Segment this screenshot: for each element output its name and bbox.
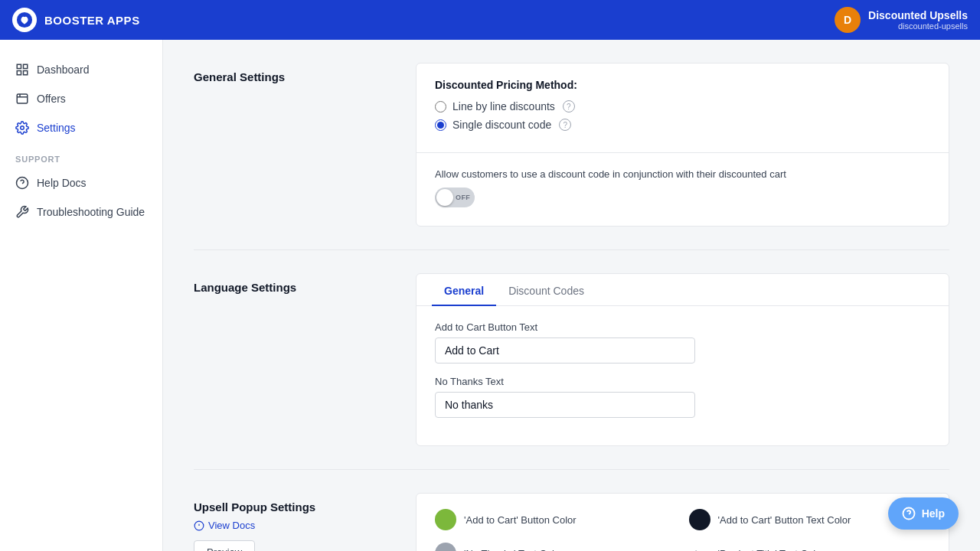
offers-icon (15, 92, 29, 106)
color-label-add-to-cart-btn: 'Add to Cart' Button Color (464, 514, 577, 526)
upsell-popup-card: 'Add to Cart' Button Color 'Add to Cart'… (416, 493, 949, 551)
tab-general-content: Add to Cart Button Text No Thanks Text (416, 306, 949, 445)
settings-icon (15, 121, 29, 135)
toggle-knob (436, 189, 453, 206)
color-swatch-green[interactable] (435, 509, 456, 530)
nav-logo-area: BOOSTER APPS (12, 8, 140, 32)
tab-general[interactable]: General (432, 274, 496, 306)
help-single-discount-icon[interactable]: ? (559, 119, 571, 131)
tool-icon (15, 205, 29, 219)
sidebar-item-offers[interactable]: Offers (0, 84, 162, 113)
help-button-label: Help (922, 507, 945, 520)
brand-name: BOOSTER APPS (44, 14, 140, 27)
help-line-by-line-icon[interactable]: ? (563, 100, 575, 112)
sidebar-item-dashboard[interactable]: Dashboard (0, 55, 162, 84)
user-info: Discounted Upsells discounted-upsells (868, 9, 968, 31)
dashboard-icon (15, 63, 29, 77)
sidebar: Dashboard Offers Settings SUPPORT Help D… (0, 40, 163, 551)
no-thanks-input[interactable] (435, 392, 695, 418)
upsell-popup-label-area: Upsell Popup Settings View Docs Preview (194, 493, 393, 551)
color-item-no-thanks-text: 'No Thanks' Text Color (435, 543, 677, 551)
top-nav: BOOSTER APPS D Discounted Upsells discou… (0, 0, 980, 40)
toggle-text: OFF (456, 194, 470, 201)
sidebar-item-troubleshooting[interactable]: Troubleshooting Guide (0, 197, 162, 227)
color-swatch-black[interactable] (689, 509, 710, 530)
sidebar-label-troubleshooting: Troubleshooting Guide (37, 206, 145, 218)
sidebar-label-offers: Offers (37, 93, 66, 105)
support-section-label: SUPPORT (0, 142, 162, 168)
help-button-icon (902, 507, 916, 520)
view-docs-icon (194, 520, 204, 531)
discount-code-block: Allow customers to use a discount code i… (416, 153, 949, 226)
sidebar-label-settings: Settings (37, 122, 76, 134)
color-swatch-gray[interactable] (435, 543, 456, 551)
color-label-add-to-cart-text: 'Add to Cart' Button Text Color (718, 514, 851, 526)
logo-icon (12, 8, 37, 32)
discount-code-description: Allow customers to use a discount code i… (435, 168, 930, 180)
nav-user-area: D Discounted Upsells discounted-upsells (835, 7, 968, 33)
language-settings-section: Language Settings General Discount Codes… (194, 273, 949, 470)
svg-rect-2 (24, 64, 28, 68)
radio-line-by-line-input[interactable] (435, 101, 446, 112)
svg-rect-3 (17, 71, 21, 75)
no-thanks-label: No Thanks Text (435, 376, 930, 387)
sidebar-label-help: Help Docs (37, 177, 87, 189)
radio-single-discount[interactable]: Single discount code ? (435, 119, 930, 131)
color-item-add-to-cart-btn: 'Add to Cart' Button Color (435, 509, 677, 530)
discount-code-toggle[interactable]: OFF (435, 187, 475, 207)
sidebar-item-settings[interactable]: Settings (0, 113, 162, 142)
radio-line-by-line[interactable]: Line by line discounts ? (435, 100, 930, 112)
add-to-cart-input[interactable] (435, 337, 695, 364)
pricing-method-block: Discounted Pricing Method: Line by line … (416, 64, 949, 153)
help-circle-icon (15, 176, 29, 190)
general-settings-section: General Settings Discounted Pricing Meth… (194, 63, 949, 250)
svg-rect-5 (17, 94, 28, 103)
svg-point-8 (21, 126, 24, 130)
language-settings-label: Language Settings (194, 273, 393, 446)
view-docs-link[interactable]: View Docs (194, 520, 393, 531)
pricing-method-title: Discounted Pricing Method: (435, 79, 930, 91)
language-settings-card: General Discount Codes Add to Cart Butto… (416, 273, 949, 446)
user-name: Discounted Upsells (868, 9, 968, 21)
color-item-product-title: ✂ 'Product Title' Text Color (689, 543, 931, 551)
radio-single-discount-input[interactable] (435, 119, 446, 131)
user-sub: discounted-upsells (868, 21, 968, 31)
sidebar-label-dashboard: Dashboard (37, 64, 90, 76)
color-label-no-thanks-text: 'No Thanks' Text Color (464, 548, 564, 552)
scissors-icon[interactable]: ✂ (689, 543, 710, 551)
user-avatar: D (835, 7, 861, 33)
svg-rect-1 (17, 64, 21, 68)
radio-line-by-line-label: Line by line discounts (452, 100, 555, 112)
main-content: General Settings Discounted Pricing Meth… (163, 40, 980, 551)
sidebar-item-help-docs[interactable]: Help Docs (0, 168, 162, 197)
general-settings-card: Discounted Pricing Method: Line by line … (416, 63, 949, 227)
language-tabs: General Discount Codes (416, 274, 949, 306)
radio-single-discount-label: Single discount code (452, 119, 551, 131)
svg-rect-4 (24, 71, 28, 75)
preview-button[interactable]: Preview (194, 540, 255, 551)
color-label-product-title: 'Product Title' Text Color (718, 548, 825, 552)
upsell-popup-section: Upsell Popup Settings View Docs Preview … (194, 493, 949, 551)
help-button[interactable]: Help (888, 497, 959, 530)
add-to-cart-label: Add to Cart Button Text (435, 321, 930, 333)
general-settings-label: General Settings (194, 63, 393, 227)
color-grid: 'Add to Cart' Button Color 'Add to Cart'… (416, 494, 949, 551)
tab-discount-codes[interactable]: Discount Codes (496, 274, 596, 306)
upsell-popup-title: Upsell Popup Settings (194, 500, 393, 514)
view-docs-label: View Docs (208, 520, 255, 531)
